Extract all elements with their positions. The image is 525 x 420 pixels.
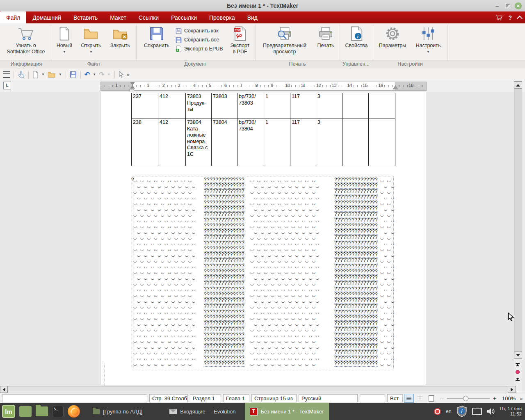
- browse-object-button[interactable]: [514, 369, 521, 375]
- volume-icon[interactable]: [487, 408, 495, 415]
- table-cell[interactable]: 238: [132, 119, 158, 166]
- toolbar-overflow-icon[interactable]: »: [127, 71, 130, 78]
- zoom-out-button[interactable]: –: [440, 395, 443, 402]
- table-cell[interactable]: 412: [158, 93, 186, 119]
- horizontal-scroll-thumb[interactable]: [7, 386, 508, 393]
- firefox-button[interactable]: [66, 403, 82, 420]
- first-line-indent-marker[interactable]: [130, 82, 135, 85]
- new-dropdown-icon[interactable]: ▼: [41, 73, 45, 76]
- previous-object-button[interactable]: [514, 362, 521, 368]
- open-dropdown-icon[interactable]: ▼: [59, 73, 62, 76]
- garbled-text-block[interactable]: ?◡◡◡◡◡◡◡◡◡??????????????◡◡◡◡◡◡◡◡◡◡??????…: [100, 176, 426, 366]
- redo-icon[interactable]: ↷: [99, 71, 104, 78]
- properties-button[interactable]: i Свойства: [342, 25, 371, 49]
- table-cell[interactable]: [342, 93, 369, 119]
- table-cell[interactable]: 73803: [212, 93, 237, 119]
- collapse-ribbon-icon[interactable]: [517, 15, 523, 21]
- clock[interactable]: Пт, 17 янв 11:52: [500, 406, 524, 417]
- main-menu-icon[interactable]: [3, 70, 10, 79]
- ribbon-tab-1[interactable]: Файл: [0, 11, 26, 23]
- open-button[interactable]: Открыть ▼: [77, 25, 105, 54]
- save-icon[interactable]: [70, 70, 77, 79]
- close-button[interactable]: ✕: [515, 2, 522, 9]
- save-all-button[interactable]: Сохранить все: [176, 36, 219, 44]
- display-tray-icon[interactable]: [472, 408, 482, 415]
- task-group-window[interactable]: [Группа по АЛД]: [88, 403, 147, 420]
- print-button[interactable]: Печать: [313, 25, 338, 49]
- vertical-scrollbar[interactable]: [514, 81, 522, 386]
- ribbon-tab-4[interactable]: Макет: [104, 11, 132, 23]
- zoom-slider[interactable]: [447, 398, 490, 399]
- table-cell[interactable]: 73804 Ката- ложные номера. Связка с 1С: [186, 119, 212, 166]
- table-cell[interactable]: 73803 Продук- ты: [186, 93, 212, 119]
- table-cell[interactable]: [369, 119, 395, 166]
- status-chapter[interactable]: Глава 1: [223, 394, 249, 402]
- touch-mode-icon[interactable]: [18, 70, 25, 79]
- document-page[interactable]: 23741273803 Продук- ты73803bp/730/ 73803…: [100, 92, 426, 385]
- keyboard-layout-indicator[interactable]: en: [446, 409, 451, 414]
- table-cell[interactable]: 3: [316, 119, 342, 166]
- table-cell[interactable]: 3: [316, 93, 342, 119]
- recorder-tray-icon[interactable]: [434, 408, 441, 415]
- table-cell[interactable]: bp/730/ 73803: [237, 93, 264, 119]
- table-cell[interactable]: 117: [290, 93, 316, 119]
- zoom-in-button[interactable]: +: [493, 395, 496, 402]
- cart-icon[interactable]: [495, 14, 502, 21]
- terminal-button[interactable]: $_: [50, 403, 66, 420]
- table-cell[interactable]: 237: [132, 93, 158, 119]
- table-cell[interactable]: bp/730/ 73804: [237, 119, 264, 166]
- next-object-button[interactable]: [514, 377, 521, 382]
- close-document-button[interactable]: Закрыть: [107, 25, 134, 49]
- horizontal-ruler[interactable]: 1 18 12345678910111213141516: [100, 82, 427, 91]
- view-normal-button[interactable]: [404, 394, 414, 403]
- zoom-value[interactable]: 100%: [502, 395, 516, 402]
- export-pdf-button[interactable]: PDF Экспорт в PDF: [226, 25, 253, 55]
- right-indent-marker[interactable]: [393, 85, 398, 89]
- print-preview-button[interactable]: Предварительный просмотр: [258, 25, 312, 55]
- update-shield-icon[interactable]: i: [457, 406, 467, 417]
- zoom-slider-knob[interactable]: [463, 396, 468, 401]
- undo-dropdown-icon[interactable]: ▼: [93, 73, 96, 76]
- save-as-button[interactable]: Сохранить как: [176, 27, 219, 35]
- open-folder-icon[interactable]: [48, 70, 56, 79]
- table-cell[interactable]: [342, 119, 369, 166]
- new-document-icon[interactable]: [32, 70, 39, 79]
- tab-stop-selector[interactable]: L: [3, 82, 11, 89]
- undo-icon[interactable]: ↶: [84, 71, 90, 78]
- export-epub-button[interactable]: Экспорт в EPUB: [176, 45, 223, 53]
- ribbon-tab-2[interactable]: Домашний: [26, 11, 67, 23]
- pointer-icon[interactable]: [119, 70, 124, 79]
- vertical-scroll-thumb[interactable]: [514, 88, 522, 352]
- ribbon-tab-6[interactable]: Рассылки: [165, 11, 203, 23]
- new-button[interactable]: Новый ▼: [52, 25, 76, 54]
- table-cell[interactable]: 1: [264, 93, 290, 119]
- document-table[interactable]: 23741273803 Продук- ты73803bp/730/ 73803…: [131, 93, 395, 166]
- ribbon-tab-7[interactable]: Проверка: [203, 11, 241, 23]
- view-page-button[interactable]: [426, 394, 436, 403]
- table-cell[interactable]: 117: [290, 119, 316, 166]
- redo-dropdown-icon[interactable]: ▼: [107, 73, 111, 76]
- status-page-column[interactable]: Стр. 39 Столб.: [149, 394, 188, 402]
- minimize-button[interactable]: –: [492, 1, 502, 10]
- help-icon[interactable]: ?: [508, 14, 512, 21]
- table-cell[interactable]: 1: [264, 119, 290, 166]
- options-button[interactable]: Параметры: [375, 25, 410, 49]
- view-continuous-button[interactable]: [415, 394, 425, 403]
- customize-button[interactable]: Настроить ▼: [411, 25, 445, 54]
- horizontal-scrollbar[interactable]: [0, 386, 522, 393]
- task-textmaker-window[interactable]: T Без имени 1 * - TextMaker: [245, 403, 329, 420]
- status-page-number[interactable]: Страница 15 из: [251, 394, 297, 402]
- maximize-button[interactable]: [502, 1, 513, 10]
- ribbon-tab-3[interactable]: Вставить: [67, 11, 104, 23]
- status-overflow-icon[interactable]: »: [520, 395, 523, 402]
- status-language[interactable]: Русский: [299, 394, 358, 402]
- scroll-left-button[interactable]: [0, 386, 8, 393]
- ribbon-tab-5[interactable]: Ссылки: [132, 11, 165, 23]
- task-evolution-window[interactable]: Входящие — Evolution: [164, 403, 240, 420]
- show-desktop-button[interactable]: [17, 403, 34, 420]
- table-cell[interactable]: 73804: [212, 119, 237, 166]
- table-cell[interactable]: 412: [158, 119, 186, 166]
- status-insert-mode[interactable]: Вст: [387, 394, 403, 402]
- document-area[interactable]: 23741273803 Продук- ты73803bp/730/ 73803…: [0, 92, 514, 386]
- ribbon-tab-8[interactable]: Вид: [241, 11, 264, 23]
